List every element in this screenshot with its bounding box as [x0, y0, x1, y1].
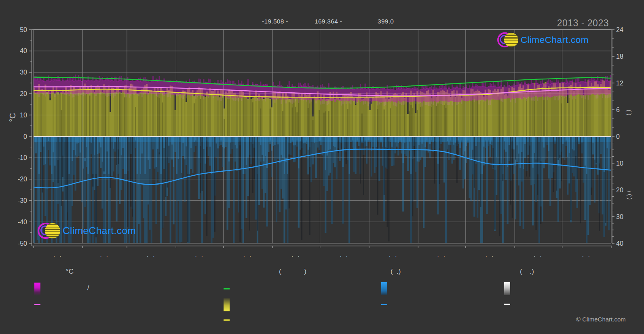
svg-text:-10: -10 [18, 154, 27, 161]
svg-text:0: 0 [23, 133, 27, 140]
svg-text:. .: . . [147, 252, 156, 258]
legend-precipitation-average-line-swatch [381, 304, 387, 305]
svg-text:-50: -50 [18, 240, 27, 247]
svg-text:. .: . . [534, 252, 543, 258]
svg-text:. .: . . [389, 252, 398, 258]
svg-text:30: 30 [616, 213, 623, 220]
logo-sun-icon [45, 223, 60, 238]
svg-text:. .: . . [437, 252, 447, 258]
svg-text:20: 20 [616, 187, 623, 194]
svg-text:0: 0 [616, 133, 620, 140]
legend-temperature-range-label: / [87, 284, 89, 292]
legend-temperature-average-line-swatch [34, 304, 40, 305]
svg-text:. .: . . [486, 252, 495, 258]
legend-sunshine-average-line-swatch [224, 319, 230, 321]
latitude-value: -19.508 - [262, 18, 288, 25]
watermark-brand-text: ClimeChart.com [63, 225, 136, 236]
logo-sun-icon [504, 33, 518, 47]
svg-text:. .: . . [243, 252, 253, 258]
svg-text:. .: . . [340, 252, 349, 258]
legend-snow-daily-swatch [504, 282, 510, 295]
svg-text:30: 30 [20, 69, 27, 76]
svg-text:40: 40 [20, 47, 27, 54]
svg-text:-20: -20 [18, 176, 27, 183]
watermark-top-right: ClimeChart.com [497, 32, 589, 48]
svg-text:24: 24 [616, 26, 623, 33]
legend-snow-average-line-swatch [504, 304, 510, 305]
legend-precipitation-daily-swatch [381, 282, 387, 295]
svg-text:. .: . . [53, 252, 63, 258]
legend-snow-header: ( .) [520, 268, 534, 276]
svg-text:. .: . . [100, 252, 110, 258]
longitude-value: 169.364 - [315, 18, 342, 25]
legend-sunshine-header: ( ) [279, 268, 306, 276]
svg-text:. .: . . [582, 252, 591, 258]
svg-text:50: 50 [20, 26, 27, 33]
svg-text:( ): ( ) [625, 110, 631, 115]
watermark-bottom-left: ClimeChart.com [38, 222, 136, 240]
svg-text:. .: . . [195, 252, 205, 258]
legend-temperature-header: °C [66, 268, 74, 276]
svg-text:-40: -40 [18, 219, 27, 226]
climechart-climate-chart: 50403020100-10-20-30-40-5024181260102030… [0, 0, 644, 334]
legend-precipitation-header: ( .) [391, 268, 401, 276]
svg-text:. .: . . [291, 252, 301, 258]
svg-text:12: 12 [616, 80, 623, 87]
climechart-logo-icon [38, 222, 60, 240]
climechart-logo-icon [497, 32, 518, 48]
svg-text:20: 20 [20, 90, 27, 97]
svg-text:18: 18 [616, 53, 623, 60]
period-title: 2013 - 2023 [557, 18, 609, 29]
svg-text:-30: -30 [18, 197, 27, 204]
legend-daylength-line-swatch [224, 288, 230, 289]
legend-temperature-range-swatch [34, 283, 40, 296]
legend-sunshine-daily-swatch [224, 298, 230, 311]
svg-text:10: 10 [20, 112, 27, 119]
copyright-text: © ClimeChart.com [576, 316, 626, 323]
climate-plot-area: 50403020100-10-20-30-40-5024181260102030… [0, 0, 644, 334]
svg-text:6: 6 [616, 106, 620, 113]
elevation-value: 399.0 [378, 18, 394, 25]
watermark-brand-text: ClimeChart.com [521, 34, 589, 45]
svg-text:°C: °C [8, 113, 17, 122]
svg-text:10: 10 [616, 160, 623, 167]
svg-text:(.) /: (.) / [625, 190, 632, 200]
svg-text:40: 40 [616, 240, 623, 247]
